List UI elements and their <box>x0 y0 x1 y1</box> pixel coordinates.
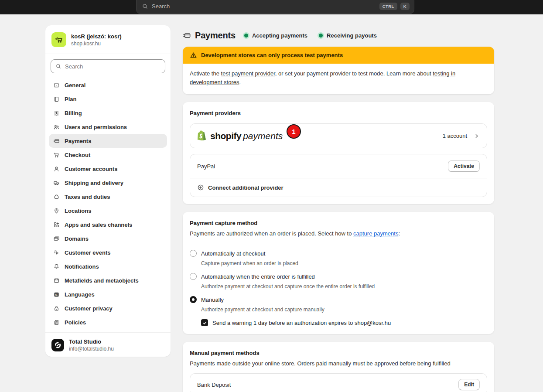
sidebar-item-locations[interactable]: Locations <box>49 204 167 218</box>
svg-text:☆: ☆ <box>56 294 58 296</box>
users-icon <box>53 123 60 130</box>
total-studio-logo <box>51 339 64 351</box>
sidebar-item-policies[interactable]: Policies <box>49 315 167 329</box>
sidebar-item-metafields-and-metaobjects[interactable]: Metafields and metaobjects <box>49 273 167 287</box>
person-icon <box>53 165 60 172</box>
sidebar-search-input[interactable] <box>65 63 161 70</box>
radio-automatically-at-checkout[interactable]: Automatically at checkout <box>190 249 487 258</box>
warning-banner: Development stores can only process test… <box>183 47 494 94</box>
sidebar-item-billing[interactable]: Billing <box>49 106 167 120</box>
payments-icon <box>53 137 60 144</box>
status-badge-receiving-payouts: Receiving payouts <box>319 32 377 39</box>
annotation-badge-1: 1 <box>287 124 301 139</box>
radio-helper-text: Capture payment when an order is placed <box>201 259 487 267</box>
warning-triangle-icon <box>190 51 197 59</box>
shopify-payments-box: shopifypayments 1 1 account <box>190 123 487 148</box>
sidebar-item-shipping-and-delivery[interactable]: Shipping and delivery <box>49 176 167 190</box>
warning-banner-title: Development stores can only process test… <box>201 52 343 58</box>
sidebar-item-customer-privacy[interactable]: Customer privacy <box>49 301 167 315</box>
card-title: Payment providers <box>190 109 487 118</box>
main-content: Payments Accepting payments Receiving pa… <box>183 30 494 392</box>
sidebar-item-domains[interactable]: Domains <box>49 232 167 245</box>
storefront-icon <box>53 82 60 89</box>
green-dot-icon <box>244 34 248 37</box>
shopify-payments-row[interactable]: shopifypayments 1 1 account <box>190 124 487 148</box>
shopify-bag-icon <box>197 130 207 142</box>
top-bar: Search CTRL K <box>0 0 543 14</box>
settings-nav: General Plan Billing Users and permissio… <box>45 78 171 329</box>
partner-name: Total Studio <box>69 338 114 345</box>
shortcut-key-k: K <box>400 3 410 10</box>
cart-icon <box>53 151 60 158</box>
search-icon <box>55 63 61 69</box>
sidebar-item-apps-and-sales-channels[interactable]: Apps and sales channels <box>49 218 167 232</box>
radio-icon[interactable] <box>190 273 197 280</box>
location-pin-icon <box>53 207 60 214</box>
sidebar-item-general[interactable]: General <box>49 78 167 92</box>
shopify-payments-logo: shopifypayments <box>197 130 283 142</box>
store-name: kosR (jelszó: kosr) <box>71 33 122 40</box>
sidebar-item-customer-events[interactable]: Customer events <box>49 245 167 259</box>
store-switcher[interactable]: kosR (jelszó: kosr) shop.kosr.hu <box>45 25 171 54</box>
paypal-label: PayPal <box>197 163 215 170</box>
account-count-label: 1 account <box>443 133 467 139</box>
green-dot-icon <box>319 34 323 37</box>
manual-payment-methods-card: Manual payment methods Payments made out… <box>183 342 494 392</box>
other-providers-box: PayPal Activate Connect additional provi… <box>190 154 487 197</box>
sidebar-item-users-and-permissions[interactable]: Users and permissions <box>49 120 167 134</box>
card-title: Payment capture method <box>190 219 487 228</box>
money-bag-icon <box>53 193 60 200</box>
policies-icon <box>53 319 60 326</box>
radio-icon[interactable] <box>190 250 197 257</box>
connect-additional-provider-button[interactable]: Connect additional provider <box>190 178 487 197</box>
sidebar-item-languages[interactable]: A☆ Languages <box>49 287 167 301</box>
sidebar-item-checkout[interactable]: Checkout <box>49 148 167 162</box>
billing-icon <box>53 109 60 116</box>
sidebar-search[interactable] <box>51 59 165 73</box>
warning-banner-body: Activate the test payment provider, or s… <box>183 64 494 94</box>
radio-helper-text: Authorize payment at checkout and captur… <box>201 306 487 314</box>
partner-email: info@totalstudio.hu <box>69 346 114 352</box>
sidebar-item-taxes-and-duties[interactable]: Taxes and duties <box>49 190 167 204</box>
sidebar-item-customer-accounts[interactable]: Customer accounts <box>49 162 167 176</box>
authorization-warning-checkbox[interactable]: Send a warning 1 day before an authoriza… <box>201 319 487 326</box>
warning-banner-header: Development stores can only process test… <box>183 47 494 64</box>
search-icon <box>142 3 148 10</box>
paypal-row: PayPal Activate <box>190 154 487 178</box>
payment-providers-card: Payment providers shopifypayments 1 1 ac… <box>183 102 494 204</box>
capture-options: Automatically at checkout Capture paymen… <box>190 249 487 326</box>
radio-helper-text: Authorize payment at checkout and captur… <box>201 283 487 290</box>
partner-footer[interactable]: Total Studio info@totalstudio.hu <box>45 332 171 358</box>
method-name: Bank Deposit <box>197 382 231 388</box>
capture-method-description: Payments are authorized when an order is… <box>190 229 487 238</box>
metafields-icon <box>53 277 60 284</box>
sidebar-item-payments[interactable]: Payments <box>49 134 167 148</box>
apps-grid-icon <box>53 221 60 228</box>
edit-bank-deposit-button[interactable]: Edit <box>458 379 480 390</box>
status-badge-accepting-payments: Accepting payments <box>244 32 307 39</box>
settings-sidebar: kosR (jelszó: kosr) shop.kosr.hu General… <box>45 25 171 357</box>
activate-paypal-button[interactable]: Activate <box>448 160 480 172</box>
cursor-click-icon <box>53 249 60 256</box>
global-search-button[interactable]: Search CTRL K <box>136 0 414 14</box>
plan-icon <box>53 95 60 102</box>
cart-icon <box>55 36 63 44</box>
truck-icon <box>53 179 60 186</box>
bell-icon <box>53 263 60 270</box>
payment-capture-method-card: Payment capture method Payments are auth… <box>183 212 494 334</box>
manual-methods-description: Payments made outside your online store.… <box>190 359 487 368</box>
bank-deposit-row: Bank Deposit Edit <box>190 373 487 392</box>
checkbox-checked-icon[interactable] <box>201 319 208 326</box>
domains-icon <box>53 235 60 242</box>
test-payment-provider-link[interactable]: test payment provider <box>221 70 275 77</box>
radio-automatically-when-fulfilled[interactable]: Automatically when the entire order is f… <box>190 272 487 281</box>
sidebar-item-plan[interactable]: Plan <box>49 92 167 106</box>
translate-icon: A☆ <box>53 291 60 298</box>
store-domain: shop.kosr.hu <box>71 41 122 47</box>
capture-payments-link[interactable]: capture payments <box>353 230 398 237</box>
sidebar-item-notifications[interactable]: Notifications <box>49 259 167 273</box>
page-header: Payments Accepting payments Receiving pa… <box>183 30 494 41</box>
radio-checked-icon[interactable] <box>190 296 197 303</box>
radio-manually[interactable]: Manually <box>190 295 487 304</box>
payments-icon <box>183 31 191 40</box>
